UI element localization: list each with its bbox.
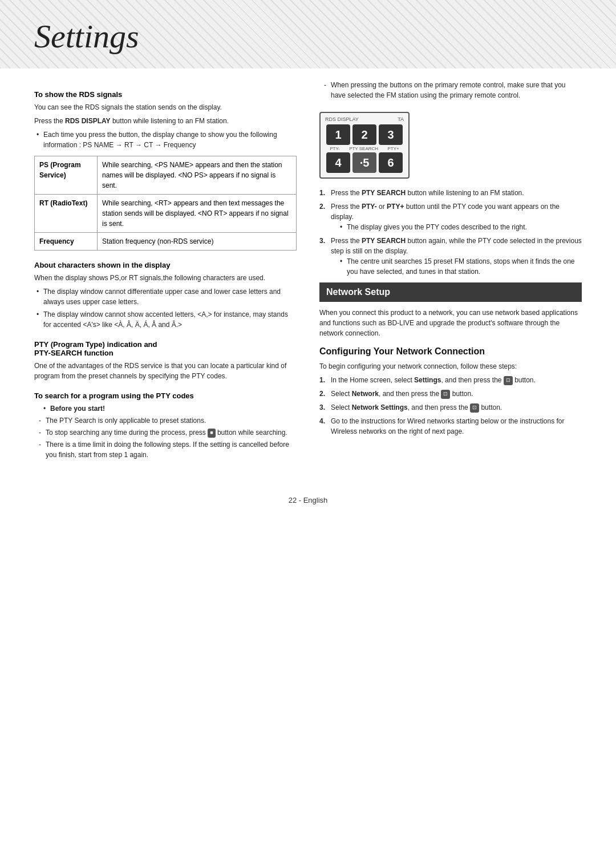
- dash1: The PTY Search is only applicable to pre…: [34, 415, 297, 426]
- step-num-2: 2.: [319, 201, 325, 212]
- pty-heading: PTY (Program Type) indication andPTY-SEA…: [34, 340, 297, 357]
- main-content: To show the RDS signals You can see the …: [0, 68, 616, 484]
- net-step-num-3: 3.: [319, 402, 325, 413]
- pty-plus-label: PTY+: [388, 146, 399, 151]
- pty-step-1: 1. Press the PTY SEARCH button while lis…: [319, 188, 582, 198]
- remote-button-3: 3: [379, 124, 403, 145]
- network-steps-list: 1. In the Home screen, select Settings, …: [319, 375, 582, 437]
- ok-button-icon-2: ⊡: [441, 390, 450, 399]
- about-chars-para1: When the display shows PS,or RT signals,…: [34, 273, 297, 283]
- step-num-1: 1.: [319, 188, 325, 198]
- left-column: To show the RDS signals You can see the …: [34, 80, 297, 462]
- net-step-num-1: 1.: [319, 375, 325, 385]
- ok-button-icon-1: ⊡: [504, 376, 513, 385]
- network-intro: When you connect this product to a netwo…: [319, 308, 582, 338]
- network-step-4: 4. Go to the instructions for Wired netw…: [319, 416, 582, 437]
- pty-step-2: 2. Press the PTY- or PTY+ button until t…: [319, 201, 582, 232]
- table-def-2: While searching, <RT> appears and then t…: [98, 195, 297, 233]
- table-term-2: RT (RadioText): [35, 195, 98, 233]
- rds-bullet1: Each time you press the button, the disp…: [34, 130, 297, 150]
- right-column: When pressing the buttons on the primary…: [319, 80, 582, 462]
- step-num-3: 3.: [319, 236, 325, 246]
- pty-minus-label: PTY-: [330, 146, 340, 151]
- table-row: PS (Program Service) While searching, <P…: [35, 156, 297, 195]
- dash3: There is a time limit in doing the follo…: [34, 439, 297, 460]
- remote-button-6: 6: [379, 152, 403, 173]
- page-number: 22 - English: [0, 484, 616, 510]
- table-term-1: PS (Program Service): [35, 156, 98, 195]
- remote-diagram: RDS DISPLAY TA 1 2 3 PTY- PTY SEARCH PTY…: [319, 112, 410, 179]
- rds-table: PS (Program Service) While searching, <P…: [34, 156, 297, 251]
- step3-bullet: The centre unit searches 15 preset FM st…: [331, 256, 582, 277]
- table-row: Frequency Station frequency (non-RDS ser…: [35, 233, 297, 251]
- pty-step-3: 3. Press the PTY SEARCH button again, wh…: [319, 236, 582, 277]
- net-step-num-2: 2.: [319, 389, 325, 399]
- remote-top-labels: RDS DISPLAY TA: [325, 116, 404, 122]
- step2-bullet: The display gives you the PTY codes desc…: [331, 222, 582, 232]
- search-heading: To search for a program using the PTY co…: [34, 391, 297, 400]
- rds-para1: You can see the RDS signals the station …: [34, 102, 297, 112]
- remote-mid-labels: PTY- PTY SEARCH PTY+: [325, 146, 404, 151]
- remote-button-2: 2: [352, 124, 376, 145]
- network-step-1: 1. In the Home screen, select Settings, …: [319, 375, 582, 385]
- pty-search-label: PTY SEARCH: [349, 146, 378, 151]
- pty-para1: One of the advantages of the RDS service…: [34, 361, 297, 381]
- table-def-3: Station frequency (non-RDS service): [98, 233, 297, 251]
- dash4: When pressing the buttons on the primary…: [319, 80, 582, 100]
- about-chars-heading: About characters shown in the display: [34, 261, 297, 269]
- network-step-2: 2. Select Network, and then press the ⊡ …: [319, 389, 582, 399]
- table-row: RT (RadioText) While searching, <RT> app…: [35, 195, 297, 233]
- dash2: To stop searching any time during the pr…: [34, 427, 297, 438]
- net-step-num-4: 4.: [319, 416, 325, 426]
- top-decorative-pattern: Settings: [0, 0, 616, 68]
- ta-label: TA: [398, 116, 404, 122]
- about-chars-bullet1: The display window cannot differentiate …: [34, 286, 297, 307]
- table-def-1: While searching, <PS NAME> appears and t…: [98, 156, 297, 195]
- remote-button-5: ·5: [352, 152, 376, 173]
- config-intro: To begin configuring your network connec…: [319, 361, 582, 371]
- rds-signals-heading: To show the RDS signals: [34, 90, 297, 99]
- before-start-label: Before you start!: [34, 403, 297, 414]
- remote-button-1: 1: [326, 124, 350, 145]
- rds-para2: Press the RDS DISPLAY button while liste…: [34, 116, 297, 126]
- remote-buttons-bottom: 4 ·5 6: [325, 151, 404, 174]
- pty-steps-list: 1. Press the PTY SEARCH button while lis…: [319, 188, 582, 277]
- page-title: Settings: [34, 18, 139, 55]
- table-term-3: Frequency: [35, 233, 98, 251]
- page-title-area: Settings: [34, 17, 139, 55]
- remote-button-4: 4: [326, 152, 350, 173]
- config-network-heading: Configuring Your Network Connection: [319, 346, 582, 357]
- network-setup-heading: Network Setup: [319, 282, 582, 302]
- stop-button-icon: ■: [208, 429, 215, 438]
- network-step-3: 3. Select Network Settings, and then pre…: [319, 402, 582, 413]
- remote-buttons-top: 1 2 3: [325, 123, 404, 146]
- about-chars-bullet2: The display window cannot show accented …: [34, 309, 297, 330]
- rds-display-label: RDS DISPLAY: [325, 116, 359, 122]
- ok-button-icon-3: ⊡: [470, 403, 479, 413]
